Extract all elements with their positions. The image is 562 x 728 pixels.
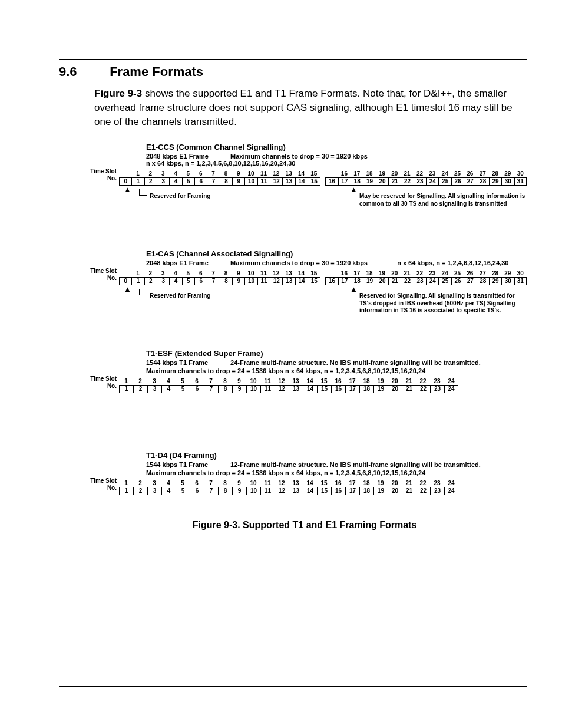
e1-ccs-strip: 0112233445566778899101011111212131314141… xyxy=(119,170,527,186)
timeslot-top-number: 2 xyxy=(133,378,147,385)
timeslot-top-number: 16 xyxy=(338,270,351,277)
timeslot-box-number: 13 xyxy=(289,487,303,495)
timeslot-box-number: 12 xyxy=(275,487,289,495)
timeslot-cell: 66 xyxy=(194,270,207,285)
timeslot-top-number: 10 xyxy=(244,270,257,277)
timeslot-box-number: 11 xyxy=(257,277,270,285)
timeslot-top-number xyxy=(325,170,338,177)
e1-ccs-maxdrop: Maximum channels to drop = 30 = 1920 kbp… xyxy=(230,153,395,160)
timeslot-cell: 3031 xyxy=(514,170,527,186)
t1-esf-block: T1-ESF (Extended Super Frame) 1544 kbps … xyxy=(82,349,527,426)
timeslot-box-number: 4 xyxy=(169,277,181,285)
timeslot-top-number: 15 xyxy=(317,480,331,487)
timeslot-top-number: 24 xyxy=(438,170,451,177)
timeslot-top-number: 24 xyxy=(444,378,458,385)
timeslot-box-number: 18 xyxy=(351,177,363,186)
timeslot-top-number: 1 xyxy=(119,378,133,385)
timeslot-top-number: 2 xyxy=(144,270,157,277)
timeslot-box-number: 14 xyxy=(295,277,308,285)
section-title: Frame Formats xyxy=(110,64,203,79)
timeslot-box-number: 31 xyxy=(514,177,527,186)
timeslot-top-number xyxy=(119,170,131,177)
timeslot-cell: 66 xyxy=(190,480,204,495)
timeslot-top-number: 21 xyxy=(402,480,416,487)
timeslot-top-number: 19 xyxy=(376,270,388,277)
timeslot-cell: 99 xyxy=(232,270,244,285)
slot-gap xyxy=(320,172,326,186)
timeslot-cell: 2223 xyxy=(414,270,426,285)
t1-esf-desc: 24-Frame multi-frame structure. No IBS m… xyxy=(230,359,481,366)
e1-cas-note-left: Reserved for Framing xyxy=(150,292,210,300)
timeslot-box-number: 17 xyxy=(338,177,351,186)
timeslot-box-number: 3 xyxy=(157,177,169,186)
timeslot-top-number: 15 xyxy=(308,270,320,277)
timeslot-top-number: 19 xyxy=(376,170,388,177)
document-page: 9.6 Frame Formats Figure 9-3 shows the s… xyxy=(0,0,562,728)
timeslot-cell: 77 xyxy=(204,480,218,495)
timeslot-cell: 1617 xyxy=(338,270,351,285)
timeslot-box-number: 22 xyxy=(401,177,413,186)
timeslot-top-number: 13 xyxy=(289,480,303,487)
timeslot-box-number: 25 xyxy=(438,177,451,186)
timeslot-box-number: 29 xyxy=(489,177,501,186)
timeslot-top-number: 30 xyxy=(514,170,527,177)
timeslot-box-number: 19 xyxy=(373,487,388,495)
timeslot-box-number: 26 xyxy=(451,277,464,285)
timeslot-top-number: 20 xyxy=(388,170,401,177)
timeslot-cell: 2223 xyxy=(414,170,426,186)
timeslot-box-number: 28 xyxy=(477,177,489,186)
timeslot-cell: 1111 xyxy=(257,170,270,186)
timeslot-box-number: 25 xyxy=(438,277,451,285)
timeslot-box-number: 20 xyxy=(376,277,388,285)
timeslot-box-number: 4 xyxy=(161,385,176,393)
timeslot-cell: 55 xyxy=(182,170,194,186)
timeslot-cell: 77 xyxy=(207,270,219,285)
timeslot-cell: 55 xyxy=(176,378,190,393)
timeslot-cell: 2728 xyxy=(477,270,489,285)
timeslot-top-number: 6 xyxy=(190,480,204,487)
timeslot-box-number: 5 xyxy=(176,385,190,393)
timeslot-box-number: 21 xyxy=(402,487,416,495)
e1-ccs-nvals: n x 64 kbps, n = 1,2,3,4,5,6,8,10,12,15,… xyxy=(146,160,295,167)
timeslot-box-number: 24 xyxy=(444,487,458,495)
timeslot-box-number: 14 xyxy=(295,177,308,186)
timeslot-box-number: 23 xyxy=(414,277,426,285)
timeslot-top-number: 6 xyxy=(194,270,207,277)
timeslot-top-number: 13 xyxy=(282,270,295,277)
timeslot-cell: 2930 xyxy=(501,170,514,186)
timeslot-top-number: 26 xyxy=(464,270,476,277)
timeslot-box-number: 2 xyxy=(133,385,147,393)
timeslot-top-number: 1 xyxy=(119,480,133,487)
timeslot-cell: 2121 xyxy=(402,378,416,393)
timeslot-box-number: 0 xyxy=(119,177,131,186)
axis-label: Time Slot No. xyxy=(82,477,117,491)
timeslot-top-number: 17 xyxy=(351,270,363,277)
timeslot-top-number: 23 xyxy=(430,378,444,385)
slot-gap xyxy=(320,271,326,285)
timeslot-cell: 99 xyxy=(232,170,244,186)
e1-ccs-note-left: Reserved for Framing xyxy=(150,193,210,200)
timeslot-box-number: 20 xyxy=(388,385,402,393)
timeslot-cell: 44 xyxy=(169,170,181,186)
timeslot-top-number: 4 xyxy=(161,378,176,385)
timeslot-box-number: 21 xyxy=(388,177,401,186)
timeslot-box-number: 16 xyxy=(331,487,345,495)
timeslot-box-number: 30 xyxy=(501,177,514,186)
timeslot-box-number: 19 xyxy=(363,177,375,186)
timeslot-top-number: 12 xyxy=(275,378,289,385)
timeslot-box-number: 7 xyxy=(204,385,218,393)
timeslot-cell: 2829 xyxy=(489,170,501,186)
timeslot-cell: 1616 xyxy=(331,480,345,495)
timeslot-top-number: 17 xyxy=(351,170,363,177)
t1-esf-rate: 1544 kbps T1 Frame xyxy=(146,359,229,366)
t1-esf-frame: Time Slot No. 11223344556677889910101111… xyxy=(82,378,527,426)
timeslot-cell: 44 xyxy=(161,378,176,393)
timeslot-cell: 2121 xyxy=(402,480,416,495)
timeslot-cell: 2323 xyxy=(430,378,444,393)
timeslot-cell: 1010 xyxy=(244,270,257,285)
timeslot-cell: 2020 xyxy=(388,480,402,495)
timeslot-cell: 66 xyxy=(194,170,207,186)
timeslot-box-number: 15 xyxy=(308,177,320,186)
timeslot-box-number: 11 xyxy=(257,177,270,186)
timeslot-box-number: 1 xyxy=(131,277,144,285)
